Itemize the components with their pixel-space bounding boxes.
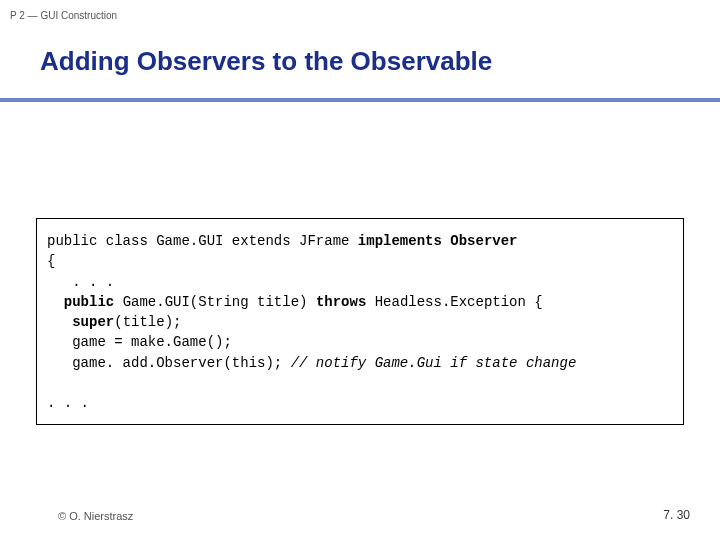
footer-copyright: © O. Nierstrasz [58, 510, 133, 522]
slide-header-label: P 2 — GUI Construction [10, 10, 117, 21]
footer-page-number: 7. 30 [663, 508, 690, 522]
code-snippet: public class Game.GUI extends JFrame imp… [36, 218, 684, 425]
header-rule [0, 98, 720, 102]
slide-title: Adding Observers to the Observable [40, 46, 492, 77]
